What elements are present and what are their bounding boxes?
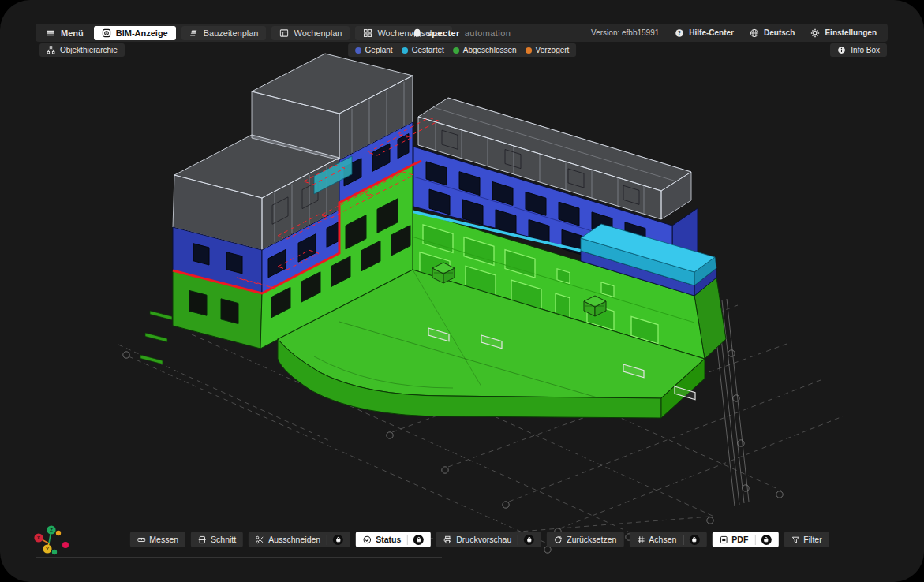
grid-squares-icon (363, 28, 372, 38)
language-label: Deutsch (764, 28, 795, 37)
legend-label: Abgeschlossen (463, 46, 517, 54)
toolbar-button-label: Status (376, 535, 401, 544)
lock-toggle[interactable] (524, 535, 534, 545)
printer-icon (443, 535, 452, 544)
tab-bauzeitenplan[interactable]: Bauzeitenplan (181, 26, 267, 40)
toolbar-button-messen[interactable]: Messen (129, 532, 185, 547)
settings-label: Einstellungen (825, 28, 877, 37)
legend-item-abgeschlossen: Abgeschlossen (453, 46, 517, 54)
brand-suffix: automation (465, 28, 511, 38)
lock-segment (407, 535, 424, 545)
pdf-export-icon (719, 535, 728, 544)
legend-item-gestartet: Gestartet (402, 46, 444, 54)
hamburger-icon (46, 28, 55, 38)
help-label: Hilfe-Center (689, 28, 734, 37)
lock-icon (526, 536, 533, 543)
toolbar-button-label: Filter (803, 535, 821, 544)
legend-item-verzoegert: Verzögert (526, 46, 570, 54)
toolbar-button-label: Schnitt (211, 535, 236, 544)
lock-toggle[interactable] (689, 535, 699, 545)
axes-grid-icon (636, 535, 645, 544)
tab-label: Bauzeitenplan (204, 28, 259, 38)
lock-segment (518, 535, 534, 545)
lock-icon (335, 536, 342, 543)
top-bar: Menü BIM-Anzeige Bauzeitenplan (36, 24, 888, 42)
gizmo-y-label: Y (46, 547, 49, 551)
settings-button[interactable]: Einstellungen (810, 28, 877, 38)
orientation-gizmo[interactable]: Z X Y (28, 520, 84, 566)
legend-label: Gestartet (412, 46, 444, 54)
ghost-logo-icon (413, 28, 422, 38)
help-icon: ? (675, 28, 684, 38)
lock-toggle[interactable] (333, 535, 343, 545)
week-table-icon (279, 28, 289, 38)
toolbar-button-label: Druckvorschau (456, 535, 511, 544)
lock-segment (754, 535, 771, 545)
legend-item-geplant: Geplant (355, 46, 393, 54)
info-icon (837, 46, 846, 54)
filter-funnel-icon (791, 535, 799, 544)
lock-toggle[interactable] (413, 535, 424, 545)
lock-icon (763, 536, 769, 543)
schedule-layers-icon (189, 28, 199, 38)
legend-dot-geplant (355, 47, 361, 54)
toolbar-button-label: PDF (731, 535, 748, 544)
gizmo-z-label: Z (50, 528, 53, 532)
menu-label: Menü (61, 28, 84, 38)
info-box-button[interactable]: Info Box (830, 43, 887, 57)
tab-label: Wochenplan (294, 28, 342, 38)
lock-icon (691, 536, 698, 543)
section-cut-icon (198, 535, 207, 544)
language-button[interactable]: Deutsch (750, 28, 795, 38)
lock-icon (416, 536, 422, 543)
globe-icon (750, 28, 759, 38)
toolbar-button-schnitt[interactable]: Schnitt (191, 532, 243, 547)
bim-view-icon (102, 28, 111, 38)
lock-segment (327, 535, 343, 545)
bim-viewport-canvas[interactable] (0, 0, 924, 582)
legend-dot-verzoegert (526, 47, 532, 54)
toolbar-button-filter[interactable]: Filter (784, 532, 829, 547)
toolbar-button-achsen[interactable]: Achsen (629, 532, 706, 547)
menu-button[interactable]: Menü (36, 28, 94, 38)
app-window: Menü BIM-Anzeige Bauzeitenplan (0, 0, 924, 582)
tab-bim-anzeige[interactable]: BIM-Anzeige (94, 26, 176, 40)
status-legend: Geplant Gestartet Abgeschlossen Verzöger… (348, 43, 577, 57)
toolbar-button-label: Achsen (649, 535, 676, 544)
toolbar-button-pdf[interactable]: PDF (712, 532, 778, 547)
lock-segment (683, 535, 699, 545)
legend-dot-abgeschlossen (453, 47, 459, 54)
brand-logo: specter automation (413, 24, 511, 42)
brand-name: specter (427, 28, 460, 38)
toolbar-button-status[interactable]: Status (356, 532, 431, 547)
toolbar-button-label: Ausschneiden (268, 535, 320, 544)
toolbar-button-ausschneiden[interactable]: Ausschneiden (249, 532, 350, 547)
legend-dot-gestartet (402, 47, 408, 54)
svg-text:?: ? (678, 30, 681, 35)
viewport-baseline (36, 557, 442, 558)
gear-icon (810, 28, 820, 38)
toolbar-button-zuruecksetzen[interactable]: Zurücksetzen (547, 532, 623, 547)
reset-icon (554, 535, 563, 544)
hierarchy-tree-icon (47, 46, 55, 54)
legend-label: Verzögert (536, 46, 570, 54)
topbar-actions: Version: efbb15991 ? Hilfe-Center Deutsc… (591, 28, 888, 38)
info-box-label: Info Box (851, 46, 880, 54)
gizmo-x-label: X (37, 535, 40, 540)
help-center-button[interactable]: ? Hilfe-Center (675, 28, 734, 38)
status-check-icon (363, 535, 372, 544)
toolbar-button-druckvorschau[interactable]: Druckvorschau (436, 532, 541, 547)
viewer-toolbar: Messen Schnitt Ausschneiden (129, 532, 829, 547)
viewport-frame: Menü BIM-Anzeige Bauzeitenplan (0, 0, 924, 582)
toolbar-button-label: Zurücksetzen (567, 535, 616, 544)
main-tabs: BIM-Anzeige Bauzeitenplan Wochenplan (94, 26, 452, 40)
toolbar-button-label: Messen (149, 535, 178, 544)
lock-toggle[interactable] (761, 535, 771, 545)
tab-label: BIM-Anzeige (116, 28, 168, 38)
measure-icon (137, 535, 145, 544)
tab-wochenplan[interactable]: Wochenplan (271, 26, 350, 40)
version-label: Version: efbb15991 (591, 28, 659, 37)
legend-label: Geplant (365, 46, 393, 54)
object-hierarchy-button[interactable]: Objekthierarchie (39, 43, 125, 57)
scissors-icon (256, 535, 264, 544)
